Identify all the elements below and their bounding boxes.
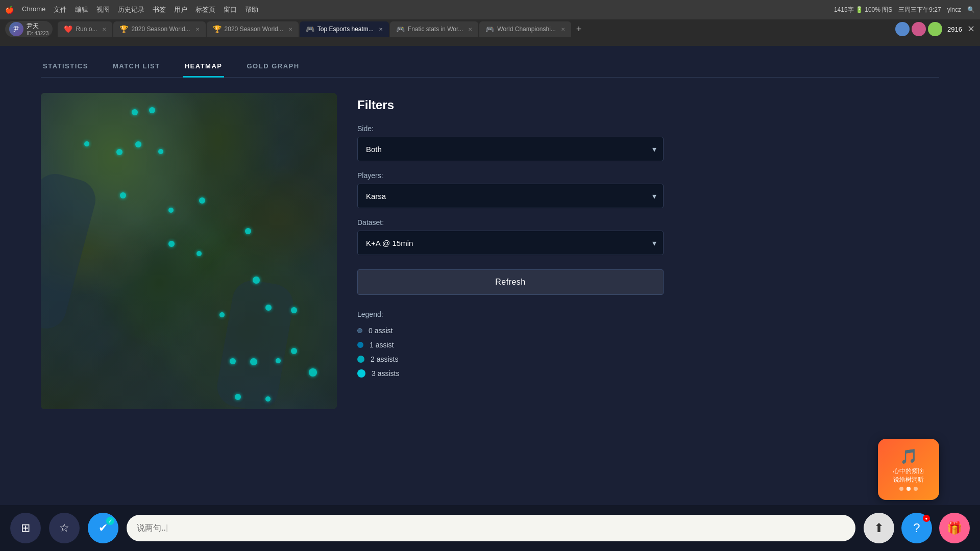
menu-file[interactable]: 文件 xyxy=(54,5,67,14)
gift-dot-1 xyxy=(899,487,903,491)
map-dot xyxy=(197,251,202,256)
menu-view[interactable]: 视图 xyxy=(96,5,110,14)
map-dot xyxy=(219,312,225,317)
dataset-select[interactable]: K+A @ 15min Kills Deaths Assists xyxy=(357,231,664,255)
page-content: STATISTICS MATCH LIST HEATMAP GOLD GRAPH xyxy=(0,46,980,551)
avatar-3 xyxy=(928,22,942,36)
map-dot xyxy=(250,358,257,365)
time-display: 三周三下午9:27 xyxy=(898,6,941,14)
tab-worlds[interactable]: 🎮 World Championshi... ✕ xyxy=(479,21,571,37)
tab-close-heatmap[interactable]: ✕ xyxy=(379,27,383,32)
gift-dots xyxy=(899,487,918,491)
map-dot xyxy=(199,197,205,204)
map-dot xyxy=(120,192,126,198)
tab-heatmap-nav[interactable]: HEATMAP xyxy=(183,56,225,78)
browser-menu-items: Chrome 文件 编辑 视图 历史记录 书签 用户 标签页 窗口 帮助 xyxy=(22,5,258,14)
tab-match-list[interactable]: MATCH LIST xyxy=(111,56,162,78)
tab-statistics[interactable]: STATISTICS xyxy=(41,56,90,78)
star-btn[interactable]: ☆ xyxy=(49,513,80,543)
side-filter-group: Side: Both Blue Red xyxy=(357,124,939,161)
help-icon: ? xyxy=(913,521,920,535)
apple-menu[interactable]: 🍎 xyxy=(5,6,14,14)
legend-item-3: 3 assists xyxy=(357,369,939,378)
map-dot xyxy=(245,228,251,234)
map-dot xyxy=(235,394,241,400)
side-label: Side: xyxy=(357,124,939,133)
menu-tabs[interactable]: 标签页 xyxy=(195,5,215,14)
legend-label-2: 2 assists xyxy=(371,355,398,363)
tab-heatmap[interactable]: 🎮 Top Esports heatm... ✕ xyxy=(300,21,389,37)
upload-btn[interactable]: ⬆ xyxy=(864,513,894,543)
check-btn[interactable]: ✔ ✓ xyxy=(88,513,118,543)
bottom-right-btns: ⬆ ? ● 🎁 xyxy=(864,513,970,543)
menu-edit[interactable]: 编辑 xyxy=(75,5,88,14)
upload-icon: ⬆ xyxy=(874,521,884,535)
menu-bookmarks[interactable]: 书签 xyxy=(153,5,166,14)
avatar-1 xyxy=(895,22,910,36)
tab-close-worlds[interactable]: ✕ xyxy=(561,27,565,32)
map-background xyxy=(41,93,337,409)
legend-label-3: 3 assists xyxy=(372,369,399,378)
close-browser-btn[interactable]: ✕ xyxy=(967,23,975,35)
check-badge: ✓ xyxy=(106,517,114,525)
new-tab-btn[interactable]: + xyxy=(572,24,586,35)
search-icon-browser[interactable]: 🔍 xyxy=(967,6,975,13)
legend-dot-0 xyxy=(357,328,362,333)
help-badge: ● xyxy=(923,515,930,522)
gift-dot-3 xyxy=(914,487,918,491)
map-dot xyxy=(132,109,138,115)
main-layout: Filters Side: Both Blue Red Players: Ka xyxy=(41,93,939,537)
map-dot xyxy=(253,277,260,284)
map-dot xyxy=(168,241,175,247)
gift-btn[interactable]: 🎁 xyxy=(939,513,970,543)
side-select-wrapper: Both Blue Red xyxy=(357,137,664,161)
browser-titlebar: 🍎 Chrome 文件 编辑 视图 历史记录 书签 用户 标签页 窗口 帮助 1… xyxy=(0,0,980,19)
menu-window[interactable]: 窗口 xyxy=(224,5,237,14)
side-select[interactable]: Both Blue Red xyxy=(357,137,664,161)
legend-section: Legend: 0 assist 1 assist 2 assists 3 as… xyxy=(357,310,939,378)
gift-overlay[interactable]: 🎵 心中的烦恼说给树洞听 xyxy=(878,439,939,500)
map-dot xyxy=(116,149,122,155)
map-dot xyxy=(276,358,281,363)
tab-heart[interactable]: ❤️ Run o... ✕ xyxy=(58,21,112,37)
menu-user[interactable]: 用户 xyxy=(174,5,187,14)
tab-close-heart[interactable]: ✕ xyxy=(102,27,106,32)
user-display: yincz xyxy=(947,6,961,13)
refresh-button[interactable]: Refresh xyxy=(357,269,664,295)
map-container xyxy=(41,93,337,409)
tab-close-fnatic[interactable]: ✕ xyxy=(468,27,472,32)
dataset-select-wrapper: K+A @ 15min Kills Deaths Assists xyxy=(357,231,664,255)
tab-gold-graph[interactable]: GOLD GRAPH xyxy=(244,56,301,78)
legend-label-0: 0 assist xyxy=(369,327,393,335)
map-dot xyxy=(158,149,163,154)
help-btn[interactable]: ? ● xyxy=(901,513,932,543)
legend-label-1: 1 assist xyxy=(370,341,394,349)
legend-item-2: 2 assists xyxy=(357,355,939,363)
map-dot xyxy=(309,368,317,377)
map-dot xyxy=(291,348,297,354)
grid-btn[interactable]: ⊞ xyxy=(10,513,41,543)
avatar-2 xyxy=(912,22,926,36)
players-select-wrapper: Karsa Knight JackeyLove Stunt 369 xyxy=(357,184,664,208)
legend-dot-3 xyxy=(357,369,365,378)
legend-title: Legend: xyxy=(357,310,939,318)
dataset-label: Dataset: xyxy=(357,218,939,227)
chat-input[interactable]: 说两句.. | xyxy=(127,515,855,541)
legend-dot-1 xyxy=(357,342,363,348)
menu-chrome[interactable]: Chrome xyxy=(22,5,45,14)
tab-world1[interactable]: 🏆 2020 Season World... ✕ xyxy=(113,21,205,37)
tab-avatar: 尹 xyxy=(9,22,23,36)
tab-close-world1[interactable]: ✕ xyxy=(195,27,200,32)
gift-icon: 🎁 xyxy=(947,521,962,535)
tab-close-world2[interactable]: ✕ xyxy=(288,27,292,32)
map-dot xyxy=(265,305,272,311)
dataset-filter-group: Dataset: K+A @ 15min Kills Deaths Assist… xyxy=(357,218,939,255)
chat-cursor: | xyxy=(166,523,168,533)
tabs-bar: 尹 尹天 ID: 43223 ❤️ Run o... ✕ 🏆 2020 Seas… xyxy=(0,19,980,39)
tab-world2[interactable]: 🏆 2020 Season World... ✕ xyxy=(207,21,299,37)
filters-panel: Filters Side: Both Blue Red Players: Ka xyxy=(357,93,939,537)
menu-help[interactable]: 帮助 xyxy=(245,5,258,14)
players-select[interactable]: Karsa Knight JackeyLove Stunt 369 xyxy=(357,184,664,208)
tab-fnatic[interactable]: 🎮 Fnatic stats in Wor... ✕ xyxy=(390,21,478,37)
menu-history[interactable]: 历史记录 xyxy=(118,5,144,14)
